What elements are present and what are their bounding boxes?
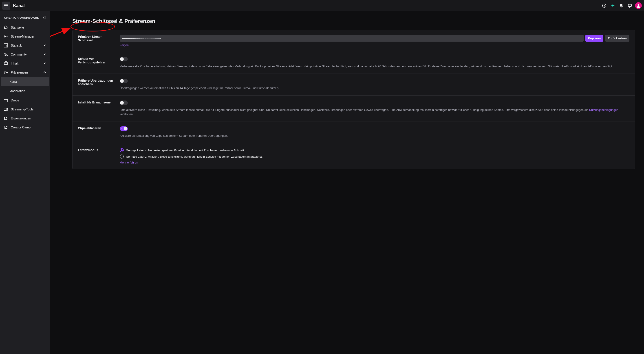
sidebar-item-label: Streaming-Tools	[11, 107, 34, 111]
chevron-up-icon	[43, 71, 47, 74]
sidebar-item-drops[interactable]: Drops	[0, 96, 50, 105]
svg-line-23	[50, 28, 70, 40]
svg-point-13	[5, 53, 6, 54]
clips-toggle[interactable]	[120, 126, 128, 131]
row-latency: Latenzmodus Geringe Latenz: Am besten ge…	[72, 143, 635, 169]
content-icon	[4, 61, 8, 66]
svg-rect-10	[5, 45, 5, 47]
page-title: Stream-Schlüssel & Präferenzen	[72, 18, 635, 24]
gear-icon	[4, 70, 8, 75]
row-disconnect-protection: Schutz vor Verbindungsfehlern Verbessere…	[72, 52, 635, 74]
radio-icon	[120, 154, 124, 158]
community-icon	[4, 52, 8, 57]
mature-label: Inhalt für Erwachsene	[78, 101, 120, 116]
sidebar-item-label: Statistik	[11, 44, 22, 47]
sidebar-item-label: Community	[11, 53, 27, 56]
sidebar-item-label: Startseite	[11, 26, 24, 29]
broadcast-icon	[4, 34, 8, 39]
sparkle-icon	[610, 3, 615, 8]
stats-icon	[4, 43, 8, 48]
sidebar-subitem-channel[interactable]: Kanal	[1, 77, 49, 86]
sidebar-item-label: Erweiterungen	[11, 116, 31, 120]
sidebar-item-home[interactable]: Startseite	[0, 23, 50, 32]
external-link-icon	[4, 125, 8, 129]
svg-rect-7	[46, 16, 46, 19]
person-icon	[636, 4, 640, 8]
sidebar-item-stats[interactable]: Statistik	[0, 41, 50, 50]
sidebar-item-community[interactable]: Community	[0, 50, 50, 59]
sidebar-item-preferences[interactable]: Präferenzen	[0, 68, 50, 77]
topbar: Kanal ?	[0, 0, 644, 11]
chevron-down-icon	[43, 44, 47, 48]
settings-card: Primärer Stream-Schlüssel Kopieren Zurüc…	[72, 30, 635, 169]
help-button[interactable]: ?	[601, 2, 608, 9]
sidebar-subitem-label: Kanal	[10, 80, 18, 83]
row-mature-content: Inhalt für Erwachsene Bitte aktiviere di…	[72, 96, 635, 122]
user-avatar[interactable]	[635, 2, 642, 9]
reset-button[interactable]: Zurücksetzen	[605, 35, 630, 42]
clips-desc: Aktiviere die Erstellung von Clips aus d…	[120, 134, 630, 138]
drops-icon	[4, 98, 8, 103]
sidebar-item-content[interactable]: Inhalt	[0, 59, 50, 68]
sidebar-item-extensions[interactable]: Erweiterungen	[0, 114, 50, 123]
sidebar: CREATOR-DASHBOARD Startseite Stream-Mana…	[0, 11, 50, 354]
latency-low-label: Geringe Latenz: Am besten geeignet für e…	[126, 149, 245, 152]
tos-link[interactable]: Nutzungsbedingungen	[589, 108, 618, 112]
stream-key-input[interactable]	[120, 35, 584, 42]
sidebar-subitem-label: Moderation	[10, 89, 25, 93]
clips-label: Clips aktivieren	[78, 126, 120, 138]
whispers-button[interactable]	[626, 2, 633, 9]
hamburger-icon	[4, 4, 8, 8]
disconnect-desc: Verbessere die Zuschauererfahrung deines…	[120, 64, 630, 69]
sidebar-subitem-moderation[interactable]: Moderation	[0, 86, 50, 96]
sidebar-collapse-button[interactable]	[42, 15, 47, 20]
svg-rect-2	[4, 7, 8, 7]
main-content: Stream-Schlüssel & Präferenzen Primärer …	[50, 11, 644, 354]
ai-sparkle-button[interactable]	[610, 2, 616, 9]
svg-rect-5	[628, 4, 632, 7]
mature-desc: Bitte aktiviere diese Einstellung, wenn …	[120, 108, 630, 116]
svg-text:?: ?	[603, 4, 605, 8]
notifications-button[interactable]	[618, 2, 625, 9]
sidebar-item-streaming-tools[interactable]: Streaming-Tools	[0, 105, 50, 114]
svg-rect-21	[4, 108, 7, 110]
svg-rect-11	[6, 45, 6, 47]
disconnect-label: Schutz vor Verbindungsfehlern	[78, 57, 120, 69]
row-vod-storage: Frühere Übertragungen speichern Übertrag…	[72, 74, 635, 96]
hamburger-menu-button[interactable]	[2, 2, 10, 10]
vod-desc: Übertragungen werden automatisch für bis…	[120, 86, 630, 90]
svg-point-6	[638, 4, 639, 6]
radio-icon-selected	[120, 148, 124, 152]
mature-toggle[interactable]	[120, 101, 128, 105]
latency-normal-label: Normale Latenz: Aktiviere diese Einstell…	[126, 155, 262, 158]
svg-rect-1	[4, 6, 8, 6]
latency-low-radio[interactable]: Geringe Latenz: Am besten geeignet für e…	[120, 148, 630, 152]
show-key-link[interactable]: Zeigen	[120, 43, 129, 47]
sidebar-item-label: Drops	[11, 98, 19, 102]
latency-normal-radio[interactable]: Normale Latenz: Aktiviere diese Einstell…	[120, 154, 630, 158]
collapse-icon	[42, 16, 46, 19]
sidebar-item-label: Präferenzen	[11, 71, 28, 74]
sidebar-item-creator-camp[interactable]: Creator Camp	[0, 123, 50, 132]
sidebar-item-label: Inhalt	[11, 62, 18, 65]
row-clips: Clips aktivieren Aktiviere die Erstellun…	[72, 121, 635, 143]
svg-point-17	[5, 72, 6, 73]
copy-button[interactable]: Kopieren	[586, 35, 603, 42]
svg-rect-12	[6, 45, 7, 47]
sidebar-title: CREATOR-DASHBOARD	[4, 16, 39, 19]
svg-point-8	[6, 36, 6, 37]
vod-label: Frühere Übertragungen speichern	[78, 79, 120, 90]
chat-icon	[628, 3, 632, 8]
svg-rect-0	[4, 4, 8, 5]
bell-icon	[619, 3, 624, 8]
chevron-down-icon	[43, 62, 47, 65]
disconnect-toggle[interactable]	[120, 57, 128, 61]
sidebar-item-label: Stream-Manager	[11, 35, 34, 38]
sidebar-item-stream-manager[interactable]: Stream-Manager	[0, 32, 50, 41]
svg-rect-15	[4, 62, 8, 65]
vod-toggle[interactable]	[120, 79, 128, 83]
learn-more-link[interactable]: Mehr erfahren	[120, 161, 138, 164]
page-context-title: Kanal	[13, 3, 25, 8]
row-stream-key: Primärer Stream-Schlüssel Kopieren Zurüc…	[72, 30, 635, 52]
puzzle-icon	[4, 116, 8, 121]
